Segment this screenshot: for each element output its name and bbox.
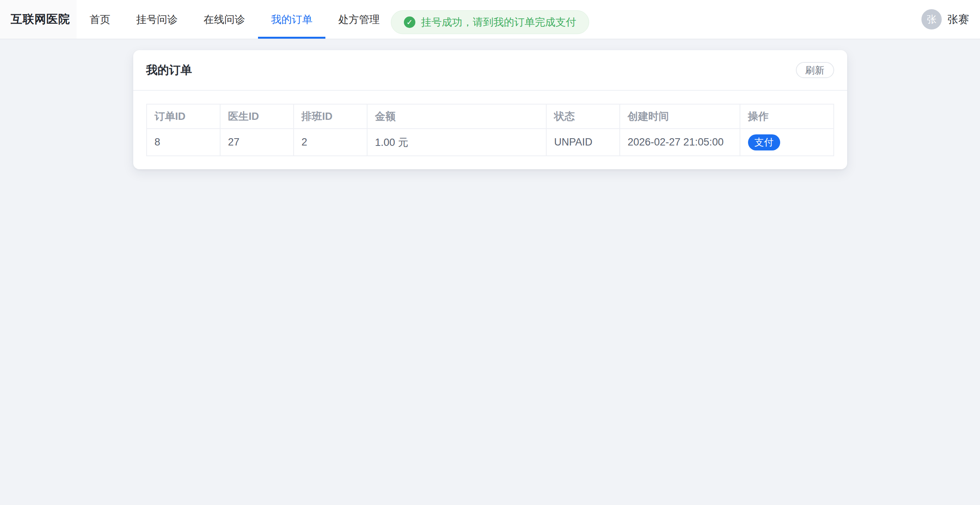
pay-button[interactable]: 支付 (748, 134, 780, 150)
tab-home[interactable]: 首页 (77, 0, 123, 39)
cell-order-id: 8 (147, 129, 220, 156)
tab-registration[interactable]: 挂号问诊 (123, 0, 191, 39)
cell-actions: 支付 (740, 129, 834, 156)
tab-prescriptions[interactable]: 处方管理 (325, 0, 393, 39)
nav-tabs: 首页 挂号问诊 在线问诊 我的订单 处方管理 药 (77, 0, 429, 39)
toast-message: 挂号成功，请到我的订单完成支付 (421, 15, 576, 29)
check-circle-icon: ✓ (404, 16, 415, 28)
tab-online-consult[interactable]: 在线问诊 (191, 0, 258, 39)
column-header-actions: 操作 (740, 104, 834, 129)
user-area: 张 张赛 (921, 0, 980, 39)
cell-schedule-id: 2 (294, 129, 367, 156)
refresh-button[interactable]: 刷新 (796, 62, 834, 78)
column-header-doctor-id: 医生ID (220, 104, 294, 129)
user-name: 张赛 (947, 12, 969, 27)
brand-logo: 互联网医院 (0, 0, 77, 39)
orders-card-body: 订单ID 医生ID 排班ID 金额 状态 创建时间 操作 8 27 2 1.00… (133, 91, 847, 169)
success-toast: ✓ 挂号成功，请到我的订单完成支付 (391, 10, 589, 34)
orders-card-header: 我的订单 刷新 (133, 50, 847, 91)
page-title: 我的订单 (146, 62, 192, 78)
cell-doctor-id: 27 (220, 129, 294, 156)
user-avatar[interactable]: 张 (921, 9, 942, 29)
tab-my-orders[interactable]: 我的订单 (258, 0, 325, 39)
table-header-row: 订单ID 医生ID 排班ID 金额 状态 创建时间 操作 (147, 104, 834, 129)
orders-card: 我的订单 刷新 订单ID 医生ID 排班ID 金额 状态 创建 (133, 50, 847, 169)
column-header-amount: 金额 (367, 104, 546, 129)
column-header-created-at: 创建时间 (620, 104, 740, 129)
column-header-order-id: 订单ID (147, 104, 220, 129)
cell-amount: 1.00 元 (367, 129, 546, 156)
cell-status: UNPAID (546, 129, 620, 156)
column-header-schedule-id: 排班ID (294, 104, 367, 129)
cell-created-at: 2026-02-27 21:05:00 (620, 129, 740, 156)
table-row: 8 27 2 1.00 元 UNPAID 2026-02-27 21:05:00… (147, 129, 834, 156)
column-header-status: 状态 (546, 104, 620, 129)
orders-table: 订单ID 医生ID 排班ID 金额 状态 创建时间 操作 8 27 2 1.00… (146, 104, 834, 156)
